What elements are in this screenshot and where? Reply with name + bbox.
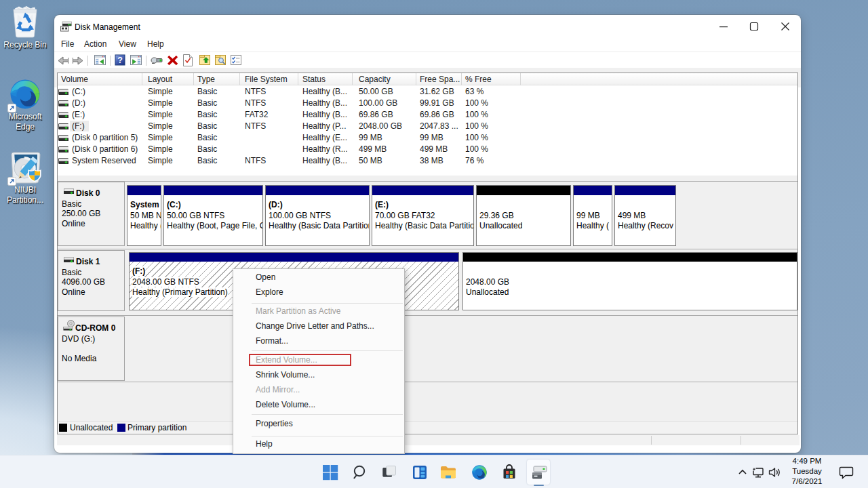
svg-text:?: ? <box>117 56 123 65</box>
